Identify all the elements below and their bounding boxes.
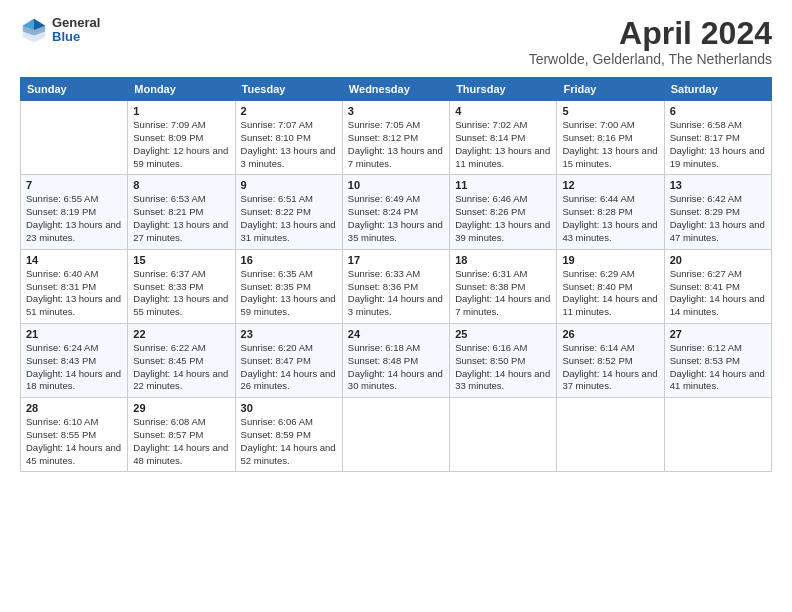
day-number: 27 <box>670 328 766 340</box>
day-number: 16 <box>241 254 337 266</box>
day-info: Sunrise: 6:29 AMSunset: 8:40 PMDaylight:… <box>562 268 658 319</box>
day-info: Sunrise: 6:14 AMSunset: 8:52 PMDaylight:… <box>562 342 658 393</box>
calendar-week-0: 1Sunrise: 7:09 AMSunset: 8:09 PMDaylight… <box>21 101 772 175</box>
logo-text: General Blue <box>52 16 100 45</box>
day-number: 28 <box>26 402 122 414</box>
day-number: 11 <box>455 179 551 191</box>
day-info: Sunrise: 6:55 AMSunset: 8:19 PMDaylight:… <box>26 193 122 244</box>
calendar-cell <box>342 398 449 472</box>
calendar-cell: 4Sunrise: 7:02 AMSunset: 8:14 PMDaylight… <box>450 101 557 175</box>
calendar-cell: 19Sunrise: 6:29 AMSunset: 8:40 PMDayligh… <box>557 249 664 323</box>
day-number: 7 <box>26 179 122 191</box>
day-number: 20 <box>670 254 766 266</box>
day-info: Sunrise: 6:18 AMSunset: 8:48 PMDaylight:… <box>348 342 444 393</box>
calendar-cell: 15Sunrise: 6:37 AMSunset: 8:33 PMDayligh… <box>128 249 235 323</box>
calendar-cell: 28Sunrise: 6:10 AMSunset: 8:55 PMDayligh… <box>21 398 128 472</box>
day-number: 29 <box>133 402 229 414</box>
calendar-cell: 3Sunrise: 7:05 AMSunset: 8:12 PMDaylight… <box>342 101 449 175</box>
calendar-cell: 13Sunrise: 6:42 AMSunset: 8:29 PMDayligh… <box>664 175 771 249</box>
day-info: Sunrise: 6:31 AMSunset: 8:38 PMDaylight:… <box>455 268 551 319</box>
day-info: Sunrise: 6:46 AMSunset: 8:26 PMDaylight:… <box>455 193 551 244</box>
day-info: Sunrise: 6:44 AMSunset: 8:28 PMDaylight:… <box>562 193 658 244</box>
day-number: 25 <box>455 328 551 340</box>
calendar-header-row: SundayMondayTuesdayWednesdayThursdayFrid… <box>21 78 772 101</box>
calendar-header-tuesday: Tuesday <box>235 78 342 101</box>
day-info: Sunrise: 6:27 AMSunset: 8:41 PMDaylight:… <box>670 268 766 319</box>
calendar-cell: 7Sunrise: 6:55 AMSunset: 8:19 PMDaylight… <box>21 175 128 249</box>
day-info: Sunrise: 6:22 AMSunset: 8:45 PMDaylight:… <box>133 342 229 393</box>
calendar-cell: 10Sunrise: 6:49 AMSunset: 8:24 PMDayligh… <box>342 175 449 249</box>
calendar-cell <box>664 398 771 472</box>
calendar-cell: 22Sunrise: 6:22 AMSunset: 8:45 PMDayligh… <box>128 323 235 397</box>
day-number: 2 <box>241 105 337 117</box>
day-info: Sunrise: 6:08 AMSunset: 8:57 PMDaylight:… <box>133 416 229 467</box>
page: General Blue April 2024 Terwolde, Gelder… <box>0 0 792 612</box>
day-info: Sunrise: 7:07 AMSunset: 8:10 PMDaylight:… <box>241 119 337 170</box>
day-number: 3 <box>348 105 444 117</box>
calendar-cell: 24Sunrise: 6:18 AMSunset: 8:48 PMDayligh… <box>342 323 449 397</box>
calendar-cell: 2Sunrise: 7:07 AMSunset: 8:10 PMDaylight… <box>235 101 342 175</box>
day-number: 22 <box>133 328 229 340</box>
day-number: 6 <box>670 105 766 117</box>
day-info: Sunrise: 7:00 AMSunset: 8:16 PMDaylight:… <box>562 119 658 170</box>
day-info: Sunrise: 6:37 AMSunset: 8:33 PMDaylight:… <box>133 268 229 319</box>
calendar-cell <box>21 101 128 175</box>
day-number: 1 <box>133 105 229 117</box>
calendar-header-monday: Monday <box>128 78 235 101</box>
day-number: 26 <box>562 328 658 340</box>
day-number: 18 <box>455 254 551 266</box>
day-info: Sunrise: 6:06 AMSunset: 8:59 PMDaylight:… <box>241 416 337 467</box>
calendar-cell: 29Sunrise: 6:08 AMSunset: 8:57 PMDayligh… <box>128 398 235 472</box>
day-info: Sunrise: 6:35 AMSunset: 8:35 PMDaylight:… <box>241 268 337 319</box>
main-title: April 2024 <box>529 16 772 51</box>
day-info: Sunrise: 6:12 AMSunset: 8:53 PMDaylight:… <box>670 342 766 393</box>
calendar-header-sunday: Sunday <box>21 78 128 101</box>
day-info: Sunrise: 7:02 AMSunset: 8:14 PMDaylight:… <box>455 119 551 170</box>
day-info: Sunrise: 7:09 AMSunset: 8:09 PMDaylight:… <box>133 119 229 170</box>
calendar-header-saturday: Saturday <box>664 78 771 101</box>
logo-line2: Blue <box>52 30 100 44</box>
calendar-cell: 5Sunrise: 7:00 AMSunset: 8:16 PMDaylight… <box>557 101 664 175</box>
day-info: Sunrise: 6:33 AMSunset: 8:36 PMDaylight:… <box>348 268 444 319</box>
calendar-cell: 6Sunrise: 6:58 AMSunset: 8:17 PMDaylight… <box>664 101 771 175</box>
day-info: Sunrise: 6:16 AMSunset: 8:50 PMDaylight:… <box>455 342 551 393</box>
day-info: Sunrise: 6:51 AMSunset: 8:22 PMDaylight:… <box>241 193 337 244</box>
day-info: Sunrise: 6:58 AMSunset: 8:17 PMDaylight:… <box>670 119 766 170</box>
header: General Blue April 2024 Terwolde, Gelder… <box>20 16 772 67</box>
day-number: 5 <box>562 105 658 117</box>
calendar-cell: 30Sunrise: 6:06 AMSunset: 8:59 PMDayligh… <box>235 398 342 472</box>
calendar-cell: 17Sunrise: 6:33 AMSunset: 8:36 PMDayligh… <box>342 249 449 323</box>
day-info: Sunrise: 6:40 AMSunset: 8:31 PMDaylight:… <box>26 268 122 319</box>
day-number: 23 <box>241 328 337 340</box>
subtitle: Terwolde, Gelderland, The Netherlands <box>529 51 772 67</box>
calendar-cell: 9Sunrise: 6:51 AMSunset: 8:22 PMDaylight… <box>235 175 342 249</box>
day-number: 13 <box>670 179 766 191</box>
calendar-cell: 14Sunrise: 6:40 AMSunset: 8:31 PMDayligh… <box>21 249 128 323</box>
day-number: 14 <box>26 254 122 266</box>
day-info: Sunrise: 6:20 AMSunset: 8:47 PMDaylight:… <box>241 342 337 393</box>
day-info: Sunrise: 6:49 AMSunset: 8:24 PMDaylight:… <box>348 193 444 244</box>
calendar-week-4: 28Sunrise: 6:10 AMSunset: 8:55 PMDayligh… <box>21 398 772 472</box>
day-number: 30 <box>241 402 337 414</box>
calendar-header-thursday: Thursday <box>450 78 557 101</box>
day-number: 24 <box>348 328 444 340</box>
day-info: Sunrise: 6:10 AMSunset: 8:55 PMDaylight:… <box>26 416 122 467</box>
day-number: 10 <box>348 179 444 191</box>
title-block: April 2024 Terwolde, Gelderland, The Net… <box>529 16 772 67</box>
day-info: Sunrise: 6:24 AMSunset: 8:43 PMDaylight:… <box>26 342 122 393</box>
calendar-cell <box>557 398 664 472</box>
logo: General Blue <box>20 16 100 45</box>
calendar-cell: 12Sunrise: 6:44 AMSunset: 8:28 PMDayligh… <box>557 175 664 249</box>
day-number: 15 <box>133 254 229 266</box>
calendar-week-2: 14Sunrise: 6:40 AMSunset: 8:31 PMDayligh… <box>21 249 772 323</box>
calendar-cell: 26Sunrise: 6:14 AMSunset: 8:52 PMDayligh… <box>557 323 664 397</box>
calendar-header-wednesday: Wednesday <box>342 78 449 101</box>
day-number: 17 <box>348 254 444 266</box>
calendar-cell: 16Sunrise: 6:35 AMSunset: 8:35 PMDayligh… <box>235 249 342 323</box>
day-number: 8 <box>133 179 229 191</box>
calendar-cell: 20Sunrise: 6:27 AMSunset: 8:41 PMDayligh… <box>664 249 771 323</box>
day-info: Sunrise: 6:53 AMSunset: 8:21 PMDaylight:… <box>133 193 229 244</box>
calendar-header-friday: Friday <box>557 78 664 101</box>
day-number: 12 <box>562 179 658 191</box>
logo-line1: General <box>52 16 100 30</box>
